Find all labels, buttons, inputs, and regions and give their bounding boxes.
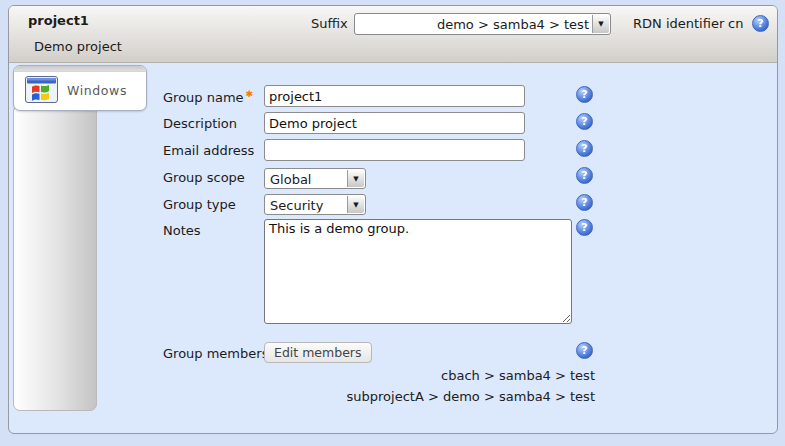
group-member-item: cbach > samba4 > test (264, 368, 595, 383)
rdn-identifier-label: RDN identifier (633, 16, 724, 31)
description-input[interactable] (264, 112, 525, 134)
group-type-value: Security (270, 197, 344, 212)
header-bar: project1 Demo project Suffix demo > samb… (9, 6, 777, 63)
dropdown-arrow-icon: ▼ (347, 196, 364, 213)
suffix-select[interactable]: demo > samba4 > test ▼ (354, 13, 611, 35)
suffix-select-value: demo > samba4 > test (360, 17, 589, 32)
group-type-select[interactable]: Security ▼ (264, 194, 366, 215)
group-scope-label: Group scope (163, 170, 245, 185)
dropdown-arrow-icon: ▼ (347, 170, 364, 187)
group-member-item: subprojectA > demo > samba4 > test (264, 389, 595, 404)
edit-group-panel: project1 Demo project Suffix demo > samb… (8, 5, 778, 434)
required-marker-icon: ✱ (246, 89, 254, 99)
help-icon[interactable]: ? (576, 86, 593, 103)
dropdown-arrow-icon: ▼ (592, 15, 609, 33)
tab-windows-row[interactable]: Windows (14, 72, 146, 109)
email-address-input[interactable] (264, 139, 525, 161)
help-icon[interactable]: ? (752, 15, 769, 32)
help-icon[interactable]: ? (576, 194, 593, 211)
suffix-label: Suffix (311, 16, 348, 31)
notes-label: Notes (163, 223, 201, 238)
email-address-label: Email address (163, 143, 254, 158)
group-name-input[interactable] (264, 85, 525, 107)
help-icon[interactable]: ? (576, 140, 593, 157)
description-label: Description (163, 116, 237, 131)
help-icon[interactable]: ? (576, 167, 593, 184)
page: project1 Demo project Suffix demo > samb… (0, 0, 785, 446)
page-title: project1 (28, 13, 89, 28)
tab-windows-label: Windows (67, 83, 127, 98)
tab-windows[interactable]: Windows (13, 65, 147, 111)
help-icon[interactable]: ? (576, 113, 593, 130)
group-name-label: Group name✱ (163, 89, 253, 105)
rdn-identifier-value: cn (728, 16, 743, 31)
page-subtitle: Demo project (34, 39, 122, 54)
group-type-label: Group type (163, 197, 236, 212)
group-members-label: Group members (163, 346, 268, 361)
group-scope-value: Global (270, 171, 344, 186)
tab-bar-background (13, 108, 97, 411)
help-icon[interactable]: ? (576, 342, 593, 359)
group-scope-select[interactable]: Global ▼ (264, 168, 366, 189)
edit-members-button[interactable]: Edit members (264, 342, 372, 363)
windows-logo-icon (25, 76, 58, 106)
help-icon[interactable]: ? (576, 219, 593, 236)
notes-textarea[interactable]: This is a demo group. (264, 219, 572, 324)
